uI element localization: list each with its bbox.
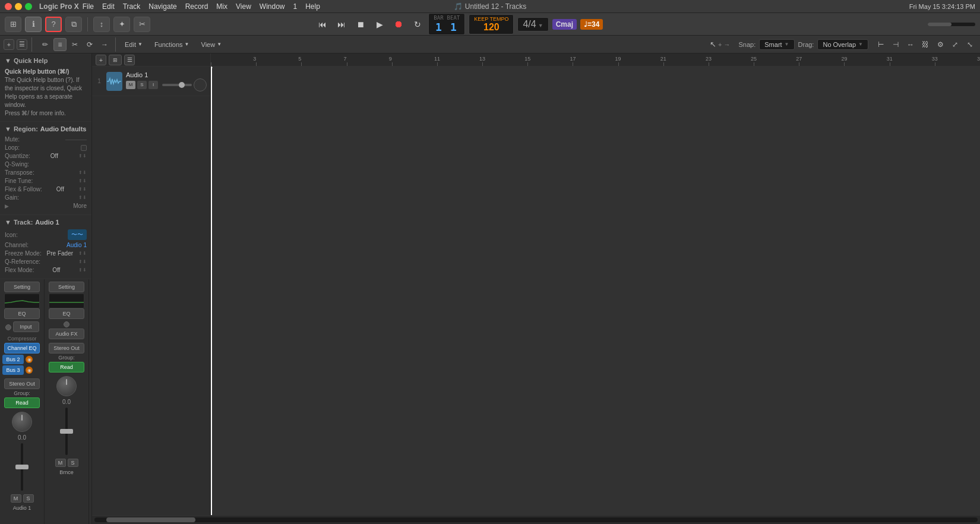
mute-btn-2[interactable]: M (55, 459, 66, 467)
bus2-btn[interactable]: Bus 2 (2, 355, 24, 364)
channel-strip-2: Setting EQ Audio FX Stereo Out Group: Re… (45, 279, 89, 524)
ruler-tick-29 (844, 62, 845, 66)
transport-play[interactable]: ▶ (371, 17, 388, 32)
align-right-icon[interactable]: ⊣ (889, 38, 902, 51)
maximize-button[interactable] (25, 3, 32, 10)
track-icon-display[interactable]: 〜〜 (68, 229, 87, 240)
playhead (211, 67, 212, 515)
eq-btn-1[interactable]: EQ (4, 308, 40, 319)
add-track-btn[interactable]: + (4, 39, 14, 50)
toolbar-midi-btn[interactable]: ⧉ (65, 17, 82, 32)
read-btn-2[interactable]: Read (49, 362, 84, 373)
scrollbar-thumb[interactable] (106, 517, 195, 522)
volume-knob-2[interactable] (56, 376, 77, 396)
ruler-mark-25: 25 (751, 56, 757, 62)
functions-menu-btn[interactable]: Functions ▼ (150, 38, 194, 51)
toolbar-snap-btn[interactable]: ↕ (93, 17, 110, 32)
key-display[interactable]: Cmaj (552, 19, 577, 30)
plugin-btn-1[interactable]: Channel EQ (4, 343, 40, 353)
link-icon[interactable]: ⛓ (919, 38, 932, 51)
quick-help-section: ▼ Quick Help Quick Help button (⌘/) The … (0, 53, 91, 122)
track-settings-btn[interactable]: ⊞ (109, 55, 122, 65)
tuner-display[interactable]: ♩=34 (580, 19, 603, 30)
track-input-1[interactable]: I (148, 81, 158, 89)
bottom-scrollbar[interactable] (92, 515, 980, 524)
menu-record[interactable]: Record (185, 2, 208, 11)
menu-file[interactable]: File (83, 2, 94, 11)
add-track-header-btn[interactable]: + (96, 55, 106, 65)
menu-mix[interactable]: Mix (216, 2, 227, 11)
list-btn[interactable]: ☰ (17, 39, 27, 50)
more-row[interactable]: ▶ More (5, 203, 87, 209)
menu-help[interactable]: Help (305, 2, 320, 11)
eq-display-2[interactable] (49, 293, 84, 308)
mute-btn-1[interactable]: M (11, 494, 21, 503)
expand-icon[interactable]: ⤢ (949, 38, 962, 51)
edit-menu-btn[interactable]: Edit ▼ (120, 38, 147, 51)
input-btn-1[interactable]: Input (13, 321, 39, 332)
menu-edit[interactable]: Edit (102, 2, 115, 11)
minimize-button[interactable] (15, 3, 22, 10)
read-btn-1[interactable]: Read (4, 397, 40, 408)
menu-view[interactable]: View (236, 2, 251, 11)
menu-1[interactable]: 1 (293, 2, 298, 11)
settings2-icon[interactable]: ⚙ (934, 38, 947, 51)
align-left-icon[interactable]: ⊢ (874, 38, 887, 51)
setting-btn-1[interactable]: Setting (4, 282, 40, 292)
drag-value[interactable]: No Overlap ▼ (817, 39, 868, 50)
bus3-btn[interactable]: Bus 3 (2, 365, 24, 375)
view-menu-btn[interactable]: View ▼ (197, 38, 227, 51)
resize-icon[interactable]: ↔ (904, 38, 917, 51)
mixer-strips: Setting EQ Input Compressor Channel EQ (0, 279, 91, 524)
track-pan-knob-1[interactable] (194, 78, 207, 91)
view-arrow-icon[interactable]: → (98, 38, 111, 51)
ms-buttons-2: M S (55, 459, 78, 467)
solo-btn-1[interactable]: S (23, 494, 34, 503)
track-list-btn[interactable]: ☰ (124, 55, 135, 65)
menu-track[interactable]: Track (123, 2, 141, 11)
output-btn-2[interactable]: Stereo Out (49, 343, 84, 353)
toolbar-quantize-btn[interactable]: ✦ (113, 17, 130, 32)
track-volume-slider-1[interactable] (162, 84, 192, 86)
ruler-tick-23 (709, 62, 709, 66)
tempo-display[interactable]: KEEP TEMPO 120 (469, 14, 514, 34)
view-list-icon[interactable]: ≡ (53, 38, 67, 51)
transport-cycle[interactable]: ↻ (409, 17, 426, 32)
track-solo-1[interactable]: S (137, 81, 147, 89)
view-pen-icon[interactable]: ✏ (39, 38, 52, 51)
menu-navigate[interactable]: Navigate (148, 2, 176, 11)
loop-checkbox[interactable] (81, 145, 87, 151)
close-button[interactable] (5, 3, 12, 10)
track-mute-1[interactable]: M (126, 81, 135, 89)
toolbar-info-btn[interactable]: ℹ (25, 17, 42, 32)
toolbar-scissors-btn[interactable]: ✂ (134, 17, 150, 32)
volume-knob-1[interactable] (12, 412, 32, 432)
fader-1[interactable] (13, 443, 31, 491)
setting-btn-2[interactable]: Setting (49, 282, 84, 292)
transport-forward[interactable]: ⏭ (333, 17, 350, 32)
compress-icon[interactable]: ⤡ (963, 38, 976, 51)
menu-window[interactable]: Window (260, 2, 285, 11)
ruler-mark-21: 21 (660, 56, 666, 62)
fader-2[interactable] (58, 408, 75, 455)
solo-btn-2[interactable]: S (68, 459, 78, 467)
main-content-area (211, 67, 980, 515)
position-box[interactable]: BAR 1 BEAT 1 (428, 13, 465, 35)
toolbar-library-btn[interactable]: ⊞ (5, 17, 21, 32)
scrollbar-track[interactable] (94, 517, 978, 522)
transport-stop[interactable]: ⏹ (352, 17, 369, 32)
ruler-mark-33: 33 (932, 56, 938, 62)
audiofx-btn-2[interactable]: Audio FX (49, 329, 84, 339)
output-btn-1[interactable]: Stereo Out (4, 378, 40, 389)
snap-value[interactable]: Smart ▼ (759, 39, 794, 50)
toolbar-quickhelp-btn[interactable]: ? (45, 17, 62, 32)
transport-rewind[interactable]: ⏮ (314, 17, 331, 32)
view-loop-icon[interactable]: ⟳ (83, 38, 96, 51)
ruler-tick-15 (527, 62, 528, 66)
view-scissors-icon[interactable]: ✂ (68, 38, 81, 51)
eq-btn-2[interactable]: EQ (49, 308, 84, 319)
time-sig-display[interactable]: 4/4 ▼ (517, 17, 548, 31)
region-title: ▼ Region: Audio Defaults (5, 125, 87, 132)
transport-record[interactable]: ⏺ (390, 17, 407, 32)
eq-display-1[interactable] (4, 293, 40, 308)
